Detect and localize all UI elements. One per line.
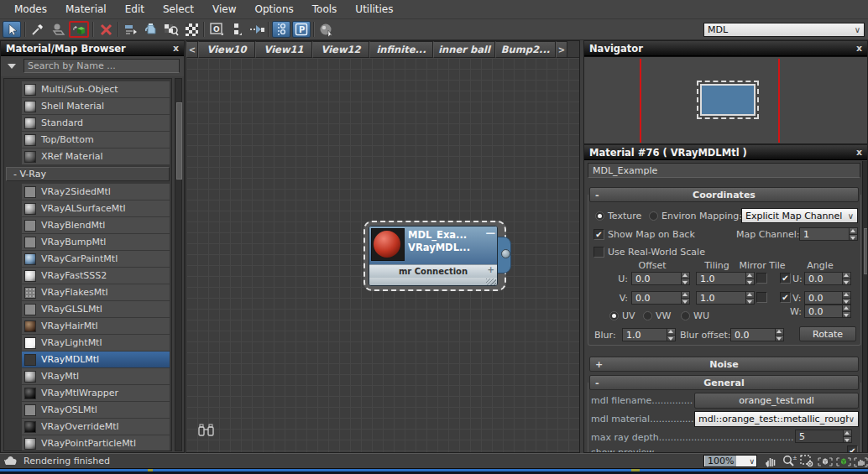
list-item-selected[interactable]: VRayMDLMtl <box>22 352 170 367</box>
list-item[interactable]: VRayHairMtl <box>22 318 170 334</box>
zoom-extents-selected-button[interactable] <box>835 454 852 468</box>
v-tiling-spinner[interactable]: 1.0 <box>696 291 755 305</box>
menu-edit[interactable]: Edit <box>116 2 154 17</box>
layout-all-button[interactable] <box>248 21 266 38</box>
list-item[interactable]: VRayMtlWrapper <box>22 385 170 401</box>
v-mirror-checkbox[interactable] <box>756 292 767 303</box>
list-item[interactable]: VRayFlakesMtl <box>22 284 170 300</box>
navigator-close-icon[interactable]: x <box>856 44 862 53</box>
list-item[interactable]: VRayPointParticleMtl <box>22 435 170 451</box>
uv-radio[interactable] <box>609 311 619 320</box>
texture-radio[interactable] <box>595 211 604 221</box>
wu-radio[interactable] <box>681 311 690 320</box>
browser-scrollbar-thumb[interactable] <box>176 102 182 180</box>
use-real-world-scale-checkbox[interactable] <box>593 247 604 258</box>
tab-view10[interactable]: View10 <box>198 41 255 58</box>
list-item[interactable]: VRayGLSLMtl <box>22 301 170 317</box>
zoom-level-combo[interactable]: 100% ∨ <box>703 455 757 467</box>
tab-inner-ball[interactable]: inner ball <box>433 41 495 58</box>
tabs-scroll-right-button[interactable]: > <box>556 41 567 58</box>
hide-unused-nodeslots-button[interactable] <box>142 21 160 38</box>
zoom-extents-button[interactable] <box>817 454 834 468</box>
environ-radio[interactable] <box>649 211 658 221</box>
rollout-noise[interactable]: + Noise <box>589 357 859 372</box>
u-offset-spinner[interactable]: 0.0 <box>631 272 690 285</box>
navigator-node-proxy[interactable] <box>700 84 756 116</box>
pan-tool-button[interactable] <box>762 454 779 468</box>
mapping-dropdown[interactable]: Explicit Map Channel ∨ <box>741 208 858 223</box>
v-tile-checkbox[interactable]: ✔ <box>780 292 791 303</box>
tab-infinite[interactable]: infinite... <box>369 41 433 58</box>
list-item[interactable]: Standard <box>22 115 170 131</box>
u-mirror-checkbox[interactable] <box>756 273 767 284</box>
pan-to-selection-button[interactable] <box>852 454 868 468</box>
material-panel-titlebar[interactable]: Material #76 ( VRayMDLMtl ) x <box>584 145 867 160</box>
node-output-socket[interactable] <box>501 249 510 258</box>
list-item[interactable]: VRayCarPaintMtl <box>22 251 170 267</box>
material-panel-scrollbar-thumb[interactable] <box>864 228 868 274</box>
map-channel-spinner[interactable]: 1 <box>799 227 858 241</box>
tab-view12[interactable]: View12 <box>312 41 369 58</box>
material-name-field[interactable]: MDL_Example <box>588 163 860 178</box>
menu-tools[interactable]: Tools <box>303 2 347 17</box>
list-item[interactable]: VRay2SidedMtl <box>22 184 170 200</box>
list-item[interactable]: VRayBlendMtl <box>22 217 170 233</box>
menu-material[interactable]: Material <box>56 2 116 17</box>
u-angle-spinner[interactable]: 0.0 <box>804 272 851 285</box>
u-tiling-spinner[interactable]: 1.0 <box>696 272 755 285</box>
browser-scrollbar[interactable] <box>175 78 182 451</box>
material-panel-scrollbar[interactable] <box>862 161 868 453</box>
list-item[interactable]: VRayMtl <box>22 368 170 384</box>
pick-material-button[interactable] <box>29 21 47 38</box>
vw-radio[interactable] <box>643 311 652 320</box>
move-children-button[interactable] <box>122 21 140 38</box>
w-angle-spinner[interactable]: 0.0 <box>804 305 851 318</box>
node-expand-icon[interactable]: + <box>488 265 494 274</box>
zoom-tool-button[interactable]: ± <box>781 454 797 468</box>
list-item[interactable]: VRayLightMtl <box>22 335 170 351</box>
list-item[interactable]: Top/Bottom <box>22 132 170 148</box>
put-material-to-scene-button[interactable] <box>49 21 67 38</box>
zoom-region-button[interactable] <box>798 454 815 468</box>
show-background-button[interactable] <box>162 21 180 38</box>
node-header[interactable]: MDL_Exa... VRayMDL... — <box>369 227 497 264</box>
v-offset-spinner[interactable]: 0.0 <box>631 291 690 305</box>
search-mode-dropdown[interactable]: MDL ∨ <box>703 23 865 37</box>
hide-unused-slots-toggle-button[interactable] <box>272 21 290 38</box>
tabs-scroll-left-button[interactable]: < <box>186 41 198 58</box>
blur-spinner[interactable]: 1.0 <box>622 328 676 341</box>
material-id-channel-button[interactable]: O <box>207 21 226 38</box>
layout-children-button[interactable] <box>227 21 246 38</box>
list-item[interactable]: XRef Material <box>22 148 170 164</box>
menu-select[interactable]: Select <box>154 2 203 17</box>
show-preview-checkbox[interactable]: ✔ <box>847 445 858 453</box>
search-input[interactable] <box>24 59 180 73</box>
rotate-button[interactable]: Rotate <box>799 326 856 341</box>
menu-modes[interactable]: Modes <box>5 2 56 17</box>
navigator-view[interactable] <box>584 56 868 144</box>
expand-icon[interactable]: + <box>595 359 603 370</box>
spin-down-icon[interactable] <box>850 234 857 241</box>
navigator-titlebar[interactable]: Navigator x <box>584 41 867 56</box>
tab-bump2[interactable]: Bump2... <box>495 41 556 58</box>
list-item[interactable]: VRayBumpMtl <box>22 234 170 250</box>
node-connection-row[interactable]: mr Connection + <box>369 264 497 278</box>
group-header-vray[interactable]: - V-Ray <box>6 167 170 181</box>
assign-material-to-selection-button[interactable] <box>69 21 89 38</box>
render-map-button[interactable] <box>317 21 336 38</box>
node-canvas[interactable]: MDL_Exa... VRayMDL... — mr Connection + <box>186 58 579 452</box>
max-ray-depth-spinner[interactable]: 5 <box>795 430 852 443</box>
list-item[interactable]: VRayFastSSS2 <box>22 268 170 284</box>
mdl-material-dropdown[interactable]: mdl::orange_test::metallic_roughne ∨ <box>694 411 859 427</box>
material-panel-close-icon[interactable]: x <box>856 148 862 157</box>
v-angle-spinner[interactable]: 0.0 <box>804 291 851 305</box>
material-node[interactable]: MDL_Exa... VRayMDL... — mr Connection + <box>369 226 498 286</box>
list-item[interactable]: Multi/Sub-Object <box>22 81 170 97</box>
find-icon[interactable] <box>198 424 215 440</box>
browser-titlebar[interactable]: Material/Map Browser x <box>1 41 184 56</box>
resize-grip-icon[interactable] <box>486 279 496 285</box>
parameter-editor-toggle-button[interactable]: P <box>292 21 311 38</box>
list-item[interactable]: Shell Material <box>22 98 170 114</box>
delete-selected-button[interactable] <box>97 21 115 38</box>
select-tool-button[interactable] <box>3 21 21 38</box>
